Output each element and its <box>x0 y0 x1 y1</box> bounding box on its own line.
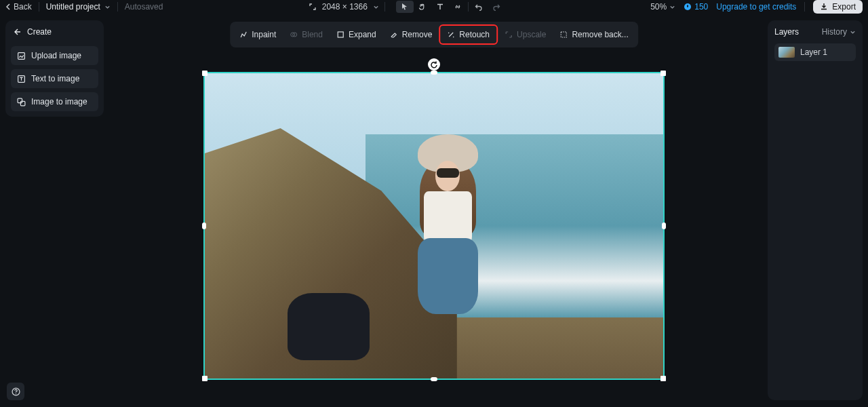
retouch-button[interactable]: Retouch <box>439 24 498 45</box>
project-name: Untitled project <box>46 2 100 12</box>
back-button[interactable]: Back <box>5 2 32 12</box>
image-to-image-label: Image to image <box>31 97 87 106</box>
blend-label: Blend <box>302 30 323 39</box>
history-dropdown[interactable]: History <box>822 27 856 37</box>
image-to-image-button[interactable]: Image to image <box>11 92 98 111</box>
layer-name: Layer 1 <box>800 47 827 57</box>
undo-icon <box>475 3 483 11</box>
retouch-label: Retouch <box>459 30 490 39</box>
separator <box>39 2 39 12</box>
text-tool[interactable] <box>431 1 449 13</box>
history-label: History <box>822 27 847 37</box>
canvas-dimensions[interactable]: 2048 × 1366 <box>309 2 379 12</box>
chevron-down-icon <box>104 4 111 10</box>
remove-bg-icon <box>559 31 568 39</box>
svg-rect-7 <box>338 32 343 37</box>
zoom-value: 50% <box>650 2 667 12</box>
expand-button[interactable]: Expand <box>330 26 383 43</box>
resize-handle-bl[interactable] <box>202 376 208 381</box>
dimensions-text: 2048 × 1366 <box>322 2 368 12</box>
resize-handle-br[interactable] <box>660 376 666 381</box>
resize-handle-t[interactable] <box>431 71 437 75</box>
separator <box>804 2 805 12</box>
chevron-down-icon <box>850 29 856 35</box>
layer-thumbnail <box>778 47 795 58</box>
project-name-dropdown[interactable]: Untitled project <box>46 2 111 12</box>
inpaint-button[interactable]: Inpaint <box>233 26 283 43</box>
chevron-down-icon <box>373 4 379 10</box>
resize-icon <box>309 3 317 11</box>
expand-label: Expand <box>349 30 376 39</box>
image-to-image-icon <box>17 98 26 106</box>
retouch-icon <box>447 31 455 39</box>
remove-label: Remove <box>402 30 433 39</box>
layer-item[interactable]: Layer 1 <box>774 43 856 61</box>
inpaint-label: Inpaint <box>252 30 276 39</box>
create-header[interactable]: Create <box>11 26 98 42</box>
upscale-icon <box>505 31 513 39</box>
cursor-tool[interactable] <box>396 1 414 13</box>
separator <box>468 2 469 12</box>
canvas[interactable] <box>203 60 665 368</box>
upscale-label: Upscale <box>517 30 546 39</box>
create-label: Create <box>27 27 52 37</box>
resize-handle-l[interactable] <box>202 222 206 229</box>
layers-title: Layers <box>774 27 799 37</box>
download-icon <box>820 3 828 11</box>
action-toolbar: Inpaint Blend Expand Remove Retouch Upsc… <box>230 22 638 47</box>
hand-icon <box>418 3 427 11</box>
cursor-icon <box>401 3 409 11</box>
svg-rect-1 <box>18 52 25 59</box>
upscale-button: Upscale <box>498 26 553 43</box>
upload-image-label: Upload image <box>31 51 81 60</box>
zoom-dropdown[interactable]: 50% <box>650 2 675 12</box>
help-button[interactable] <box>7 383 24 400</box>
upgrade-link[interactable]: Upgrade to get credits <box>716 2 796 12</box>
create-panel: Create Upload image Text to image Image … <box>5 20 104 117</box>
separator <box>384 2 385 12</box>
export-button[interactable]: Export <box>813 0 863 14</box>
chevron-left-icon <box>5 3 12 10</box>
back-label: Back <box>14 2 32 12</box>
upload-image-button[interactable]: Upload image <box>11 46 98 65</box>
redo-button[interactable] <box>488 1 505 13</box>
hand-tool[interactable] <box>414 1 431 13</box>
svg-rect-8 <box>561 32 566 37</box>
credits-badge[interactable]: 150 <box>684 2 708 12</box>
svg-point-10 <box>15 393 16 394</box>
separator <box>117 2 118 12</box>
rotate-handle[interactable] <box>428 58 440 71</box>
upload-image-icon <box>17 52 26 60</box>
undo-button[interactable] <box>470 1 488 13</box>
resize-handle-tl[interactable] <box>202 71 208 76</box>
resize-handle-b[interactable] <box>431 377 437 381</box>
image-selection[interactable] <box>203 72 665 380</box>
remove-button[interactable]: Remove <box>383 26 439 43</box>
link-icon <box>454 3 462 11</box>
credits-icon <box>684 3 692 11</box>
back-arrow-icon <box>14 28 22 36</box>
remove-bg-label: Remove back... <box>572 30 628 39</box>
redo-icon <box>492 3 500 11</box>
text-icon <box>436 3 444 11</box>
resize-handle-r[interactable] <box>662 222 666 229</box>
text-to-image-button[interactable]: Text to image <box>11 69 98 88</box>
link-tool[interactable] <box>449 1 467 13</box>
text-to-image-label: Text to image <box>31 74 79 83</box>
layers-panel: Layers History Layer 1 <box>768 20 863 400</box>
canvas-image <box>205 73 663 379</box>
blend-button: Blend <box>283 26 330 43</box>
help-icon <box>12 387 20 396</box>
credits-value: 150 <box>694 2 708 12</box>
chevron-down-icon <box>669 4 675 10</box>
remove-background-button[interactable]: Remove back... <box>553 26 635 43</box>
eraser-icon <box>390 31 398 39</box>
svg-rect-3 <box>18 98 22 103</box>
text-to-image-icon <box>17 75 26 83</box>
svg-rect-4 <box>20 101 25 106</box>
expand-icon <box>336 31 344 39</box>
resize-handle-tr[interactable] <box>660 71 666 76</box>
export-label: Export <box>832 2 856 12</box>
blend-icon <box>290 31 298 39</box>
inpaint-icon <box>239 31 248 39</box>
